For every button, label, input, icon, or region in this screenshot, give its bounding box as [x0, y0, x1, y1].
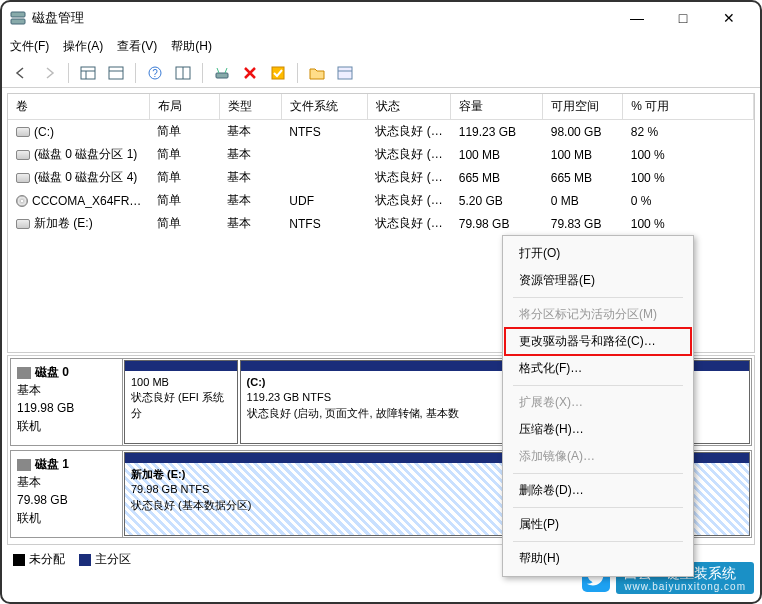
properties-button[interactable]: [334, 62, 356, 84]
view1-button[interactable]: [77, 62, 99, 84]
svg-rect-2: [81, 67, 95, 79]
menu-file[interactable]: 文件(F): [10, 38, 49, 55]
table-row[interactable]: CCCOMA_X64FR…简单基本UDF状态良好 (…5.20 GB0 MB0 …: [8, 189, 754, 212]
col-status[interactable]: 状态: [367, 94, 450, 120]
toolbar-separator: [135, 63, 136, 83]
col-volume[interactable]: 卷: [8, 94, 149, 120]
help-button[interactable]: ?: [144, 62, 166, 84]
menu-view[interactable]: 查看(V): [117, 38, 157, 55]
svg-rect-13: [338, 67, 352, 79]
col-fs[interactable]: 文件系统: [281, 94, 367, 120]
ctx-delete[interactable]: 删除卷(D)…: [505, 477, 691, 504]
legend-primary-swatch: [79, 554, 91, 566]
back-button[interactable]: [10, 62, 32, 84]
minimize-button[interactable]: —: [614, 3, 660, 33]
disk-icon: [17, 459, 31, 471]
folder-button[interactable]: [306, 62, 328, 84]
svg-rect-11: [216, 73, 228, 78]
col-free[interactable]: 可用空间: [543, 94, 623, 120]
svg-rect-1: [11, 12, 25, 17]
col-type[interactable]: 类型: [219, 94, 281, 120]
col-percent[interactable]: % 可用: [623, 94, 754, 120]
disc-icon: [16, 195, 28, 207]
ctx-shrink[interactable]: 压缩卷(H)…: [505, 416, 691, 443]
ctx-separator: [513, 473, 683, 474]
context-menu: 打开(O) 资源管理器(E) 将分区标记为活动分区(M) 更改驱动器号和路径(C…: [502, 235, 694, 577]
refresh-button[interactable]: [172, 62, 194, 84]
drive-icon: [16, 219, 30, 229]
view2-button[interactable]: [105, 62, 127, 84]
table-row[interactable]: (C:)简单基本NTFS状态良好 (…119.23 GB98.00 GB82 %: [8, 120, 754, 144]
disk-info: 磁盘 1基本79.98 GB联机: [11, 451, 123, 537]
ctx-separator: [513, 507, 683, 508]
drive-icon: [16, 127, 30, 137]
toolbar-separator: [297, 63, 298, 83]
table-row[interactable]: (磁盘 0 磁盘分区 1)简单基本状态良好 (…100 MB100 MB100 …: [8, 143, 754, 166]
toolbar: ?: [2, 58, 760, 88]
ctx-change-drive-letter[interactable]: 更改驱动器号和路径(C)…: [505, 328, 691, 355]
delete-button[interactable]: [239, 62, 261, 84]
legend-unallocated-label: 未分配: [29, 552, 65, 566]
svg-rect-0: [11, 19, 25, 24]
ctx-extend: 扩展卷(X)…: [505, 389, 691, 416]
disk-info: 磁盘 0基本119.98 GB联机: [11, 359, 123, 445]
menu-action[interactable]: 操作(A): [63, 38, 103, 55]
svg-rect-12: [272, 67, 284, 79]
menu-help[interactable]: 帮助(H): [171, 38, 212, 55]
svg-rect-5: [109, 67, 123, 79]
ctx-separator: [513, 541, 683, 542]
maximize-button[interactable]: □: [660, 3, 706, 33]
svg-text:?: ?: [152, 68, 158, 79]
col-capacity[interactable]: 容量: [451, 94, 543, 120]
toolbar-separator: [202, 63, 203, 83]
ctx-mirror: 添加镜像(A)…: [505, 443, 691, 470]
ctx-help[interactable]: 帮助(H): [505, 545, 691, 572]
menubar: 文件(F) 操作(A) 查看(V) 帮助(H): [2, 34, 760, 58]
close-button[interactable]: ✕: [706, 3, 752, 33]
col-layout[interactable]: 布局: [149, 94, 219, 120]
check-button[interactable]: [267, 62, 289, 84]
ctx-open[interactable]: 打开(O): [505, 240, 691, 267]
partition[interactable]: 100 MB状态良好 (EFI 系统分: [124, 360, 238, 444]
toolbar-separator: [68, 63, 69, 83]
legend-primary-label: 主分区: [95, 552, 131, 566]
ctx-properties[interactable]: 属性(P): [505, 511, 691, 538]
ctx-separator: [513, 385, 683, 386]
scan-button[interactable]: [211, 62, 233, 84]
disk-icon: [17, 367, 31, 379]
table-row[interactable]: 新加卷 (E:)简单基本NTFS状态良好 (…79.98 GB79.83 GB1…: [8, 212, 754, 235]
ctx-separator: [513, 297, 683, 298]
forward-button[interactable]: [38, 62, 60, 84]
app-icon: [10, 10, 26, 26]
legend-unallocated-swatch: [13, 554, 25, 566]
ctx-explorer[interactable]: 资源管理器(E): [505, 267, 691, 294]
window-controls: — □ ✕: [614, 3, 752, 33]
table-row[interactable]: (磁盘 0 磁盘分区 4)简单基本状态良好 (…665 MB665 MB100 …: [8, 166, 754, 189]
drive-icon: [16, 150, 30, 160]
window-title: 磁盘管理: [32, 9, 614, 27]
drive-icon: [16, 173, 30, 183]
ctx-format[interactable]: 格式化(F)…: [505, 355, 691, 382]
titlebar: 磁盘管理 — □ ✕: [2, 2, 760, 34]
ctx-mark-active: 将分区标记为活动分区(M): [505, 301, 691, 328]
